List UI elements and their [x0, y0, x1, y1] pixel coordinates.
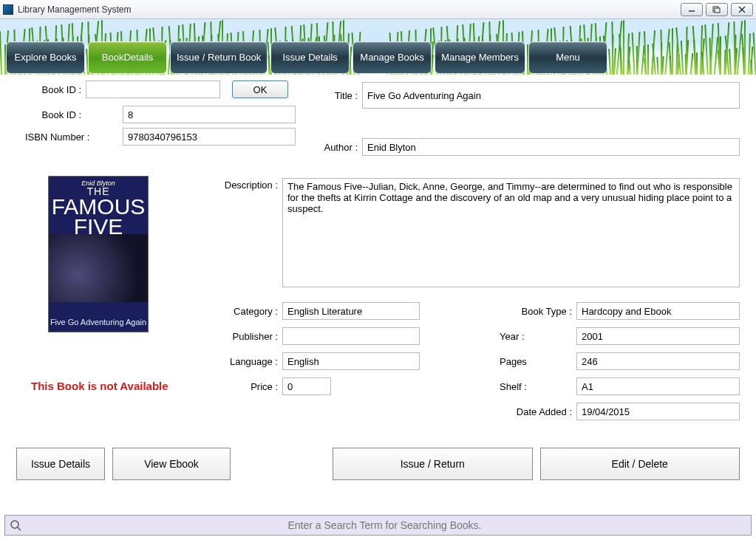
- price-field[interactable]: [282, 377, 331, 395]
- search-icon: [10, 519, 21, 531]
- book-id-search-label: Book ID :: [9, 84, 86, 95]
- book-cover: Enid Blyton THE FAMOUS FIVE Five Go Adve…: [49, 177, 148, 332]
- tab-menu[interactable]: Menu: [528, 41, 607, 74]
- button-label: Issue / Return: [401, 458, 465, 470]
- window-title: Library Management System: [18, 4, 678, 15]
- tab-label: Menu: [556, 52, 580, 64]
- tab-label: Manage Books: [360, 52, 424, 64]
- book-id-field[interactable]: [123, 106, 296, 123]
- availability-message: This Book is not Available: [31, 380, 168, 392]
- language-field[interactable]: [282, 352, 420, 370]
- publisher-label: Publisher :: [194, 331, 282, 342]
- maximize-button[interactable]: [706, 3, 728, 16]
- cover-subtitle: Five Go Adventuring Again: [49, 318, 148, 327]
- book-id-label: Book ID :: [9, 109, 86, 120]
- tab-label: Issue / Return Book: [177, 52, 261, 64]
- tab-book-details[interactable]: BookDetails: [88, 41, 167, 74]
- app-icon: [3, 4, 13, 15]
- search-bar[interactable]: [4, 515, 752, 536]
- minimize-icon: [688, 7, 695, 13]
- cover-title: THE FAMOUS FIVE: [49, 187, 148, 236]
- main-tabs: Explore Books BookDetails Issue / Return…: [6, 41, 607, 74]
- view-ebook-button[interactable]: View Ebook: [112, 448, 231, 480]
- maximize-icon: [712, 6, 721, 13]
- isbn-label: ISBN Number :: [9, 131, 105, 143]
- button-label: Edit / Delete: [612, 458, 668, 470]
- tab-issue-details[interactable]: Issue Details: [270, 41, 350, 74]
- year-field[interactable]: [576, 327, 740, 345]
- publisher-field[interactable]: [282, 327, 420, 345]
- description-label: Description :: [194, 178, 282, 191]
- language-label: Language :: [194, 356, 282, 367]
- shelf-field[interactable]: [576, 377, 740, 395]
- tab-label: Issue Details: [282, 52, 337, 64]
- tab-explore-books[interactable]: Explore Books: [6, 41, 85, 74]
- window-titlebar: Library Management System: [0, 0, 756, 19]
- edit-delete-button[interactable]: Edit / Delete: [540, 448, 740, 480]
- category-field[interactable]: [282, 302, 420, 320]
- issue-details-button[interactable]: Issue Details: [16, 448, 105, 480]
- tab-label: BookDetails: [102, 52, 153, 64]
- shelf-label: Shelf :: [480, 381, 576, 392]
- isbn-field[interactable]: [123, 128, 296, 146]
- minimize-button[interactable]: [681, 3, 703, 16]
- dateadded-field[interactable]: [576, 403, 740, 420]
- pages-field[interactable]: [576, 352, 740, 370]
- svg-line-6: [18, 527, 21, 530]
- svg-point-5: [11, 521, 18, 528]
- content-area: Book ID : OK Book ID : ISBN Number : Tit…: [0, 75, 756, 510]
- tab-issue-return-book[interactable]: Issue / Return Book: [170, 41, 268, 74]
- action-button-row: Issue Details View Ebook Issue / Return …: [16, 448, 740, 480]
- booktype-label: Book Type :: [480, 306, 576, 317]
- header-banner: Explore Books BookDetails Issue / Return…: [0, 19, 756, 75]
- booktype-field[interactable]: [576, 302, 740, 320]
- tab-label: Explore Books: [15, 52, 77, 64]
- price-label: Price :: [194, 381, 282, 392]
- button-label: View Ebook: [144, 458, 199, 470]
- tab-manage-books[interactable]: Manage Books: [353, 41, 432, 74]
- tab-manage-members[interactable]: Manage Members: [435, 41, 525, 74]
- description-field[interactable]: [282, 178, 740, 287]
- close-icon: [738, 6, 746, 13]
- cover-art: [49, 234, 148, 302]
- author-label: Author :: [310, 142, 362, 153]
- title-label: Title :: [310, 90, 362, 101]
- year-label: Year :: [480, 331, 576, 342]
- search-input[interactable]: [23, 516, 746, 534]
- pages-label: Pages: [480, 356, 576, 367]
- category-label: Category :: [194, 306, 282, 317]
- book-id-search-input[interactable]: [86, 81, 220, 98]
- svg-rect-2: [715, 8, 720, 13]
- ok-button[interactable]: OK: [232, 81, 288, 98]
- ok-button-label: OK: [253, 84, 268, 95]
- dateadded-label: Date Added :: [480, 406, 576, 417]
- close-button[interactable]: [731, 3, 753, 16]
- tab-label: Manage Members: [441, 52, 519, 64]
- title-field[interactable]: [362, 82, 740, 109]
- issue-return-button[interactable]: Issue / Return: [333, 448, 533, 480]
- author-field[interactable]: [362, 138, 740, 156]
- button-label: Issue Details: [31, 458, 90, 470]
